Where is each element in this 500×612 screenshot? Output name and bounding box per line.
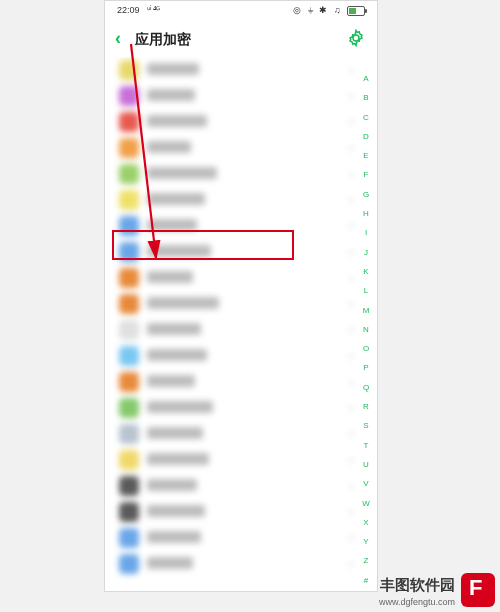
index-letter[interactable]: L	[364, 287, 368, 295]
index-letter[interactable]: F	[364, 171, 369, 179]
alpha-index[interactable]: ABCDEFGHIJKLMNOPQRSTUVWXYZ#	[359, 75, 373, 585]
index-letter[interactable]: A	[363, 75, 368, 83]
chevron-icon: ›	[349, 167, 353, 181]
index-letter[interactable]: J	[364, 249, 368, 257]
chevron-icon: ›	[349, 271, 353, 285]
app-icon	[119, 216, 139, 236]
app-list[interactable]: ››››››››››››››››››››	[105, 57, 377, 591]
index-letter[interactable]: K	[363, 268, 368, 276]
index-letter[interactable]: E	[363, 152, 368, 160]
back-button[interactable]: ‹	[115, 29, 121, 47]
chevron-icon: ›	[349, 479, 353, 493]
app-row[interactable]: ›	[105, 551, 377, 577]
app-name	[147, 505, 205, 517]
app-icon	[119, 554, 139, 574]
chevron-icon: ›	[349, 427, 353, 441]
index-letter[interactable]: H	[363, 210, 369, 218]
app-row[interactable]: ›	[105, 525, 377, 551]
gear-icon	[347, 29, 365, 47]
chevron-icon: ›	[349, 63, 353, 77]
app-icon	[119, 372, 139, 392]
index-letter[interactable]: C	[363, 114, 369, 122]
battery-icon	[347, 6, 365, 16]
index-letter[interactable]: Z	[364, 557, 369, 565]
index-letter[interactable]: U	[363, 461, 369, 469]
app-row[interactable]: ›	[105, 83, 377, 109]
app-row[interactable]: ›	[105, 395, 377, 421]
index-letter[interactable]: M	[363, 307, 370, 315]
app-row[interactable]: ›	[105, 187, 377, 213]
chevron-icon: ›	[349, 297, 353, 311]
settings-button[interactable]	[347, 29, 365, 47]
app-name	[147, 245, 211, 257]
chevron-icon: ›	[349, 89, 353, 103]
app-row[interactable]: ›	[105, 343, 377, 369]
watermark-logo-icon	[461, 573, 495, 607]
app-icon	[119, 450, 139, 470]
app-row[interactable]: ›	[105, 161, 377, 187]
app-icon	[119, 242, 139, 262]
app-name	[147, 375, 195, 387]
status-signal: ᵘⁱ ⁴ᴳ	[147, 5, 159, 15]
chevron-icon: ›	[349, 453, 353, 467]
app-row[interactable]: ›	[105, 499, 377, 525]
chevron-icon: ›	[349, 323, 353, 337]
app-name	[147, 427, 203, 439]
app-name	[147, 89, 195, 101]
app-row[interactable]: ›	[105, 265, 377, 291]
app-row[interactable]: ›	[105, 473, 377, 499]
status-bar: 22:09 ᵘⁱ ⁴ᴳ ◎ ⏚ ✱ ♫	[105, 1, 377, 25]
index-letter[interactable]: N	[363, 326, 369, 334]
index-letter[interactable]: V	[363, 480, 368, 488]
app-icon	[119, 502, 139, 522]
app-row[interactable]: ›	[105, 213, 377, 239]
app-icon	[119, 164, 139, 184]
index-letter[interactable]: R	[363, 403, 369, 411]
app-row[interactable]: ›	[105, 291, 377, 317]
app-name	[147, 219, 197, 231]
index-letter[interactable]: D	[363, 133, 369, 141]
index-letter[interactable]: X	[363, 519, 368, 527]
app-row[interactable]: ›	[105, 369, 377, 395]
app-icon	[119, 476, 139, 496]
app-row[interactable]: ›	[105, 57, 377, 83]
index-letter[interactable]: Y	[363, 538, 368, 546]
index-letter[interactable]: G	[363, 191, 369, 199]
app-icon	[119, 112, 139, 132]
index-letter[interactable]: O	[363, 345, 369, 353]
app-name	[147, 453, 209, 465]
chevron-icon: ›	[349, 245, 353, 259]
nav-bar: ‹ 应用加密	[105, 25, 377, 57]
app-name	[147, 297, 219, 309]
app-icon	[119, 268, 139, 288]
index-letter[interactable]: W	[362, 500, 370, 508]
app-name	[147, 141, 191, 153]
app-name	[147, 349, 207, 361]
page-title: 应用加密	[135, 31, 191, 49]
chevron-icon: ›	[349, 557, 353, 571]
app-icon	[119, 320, 139, 340]
app-row[interactable]: ›	[105, 239, 377, 265]
index-letter[interactable]: P	[363, 364, 368, 372]
index-letter[interactable]: S	[363, 422, 368, 430]
app-name	[147, 531, 201, 543]
index-letter[interactable]: I	[365, 229, 367, 237]
status-right-icons: ◎ ⏚ ✱ ♫	[293, 5, 365, 16]
chevron-icon: ›	[349, 505, 353, 519]
app-icon	[119, 528, 139, 548]
index-letter[interactable]: B	[363, 94, 368, 102]
index-letter[interactable]: Q	[363, 384, 369, 392]
chevron-icon: ›	[349, 401, 353, 415]
app-name	[147, 479, 197, 491]
index-letter[interactable]: #	[364, 577, 368, 585]
app-row[interactable]: ›	[105, 135, 377, 161]
index-letter[interactable]: T	[364, 442, 369, 450]
chevron-icon: ›	[349, 375, 353, 389]
app-row[interactable]: ›	[105, 109, 377, 135]
app-row[interactable]: ›	[105, 317, 377, 343]
app-row[interactable]: ›	[105, 421, 377, 447]
app-icon	[119, 398, 139, 418]
app-icon	[119, 346, 139, 366]
app-name	[147, 271, 193, 283]
app-row[interactable]: ›	[105, 447, 377, 473]
